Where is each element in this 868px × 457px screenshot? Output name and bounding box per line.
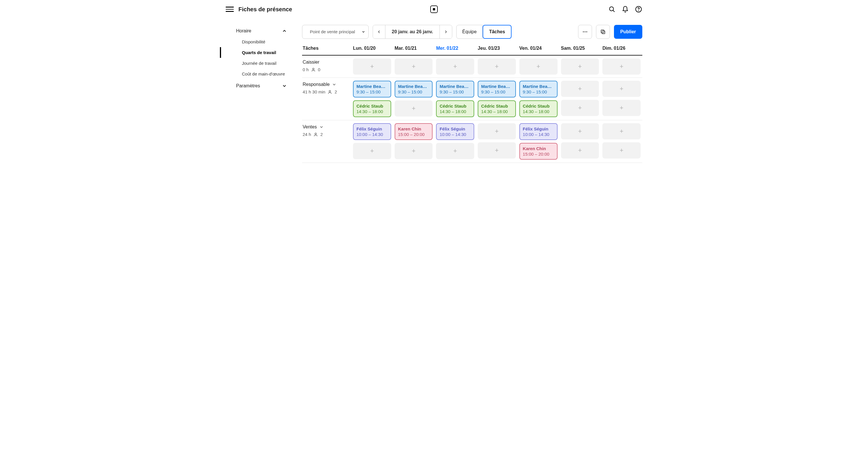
plus-icon: + (578, 104, 582, 112)
nav-group-parametres[interactable]: Paramètres (220, 80, 295, 91)
shift-card[interactable]: Martine Bea…9:30 – 15:00 (478, 81, 516, 97)
shift-time: 14:30 – 18:00 (356, 109, 388, 114)
publish-button[interactable]: Publier (614, 25, 642, 39)
add-shift-cell[interactable]: + (478, 142, 516, 159)
shift-card[interactable]: Martine Bea…9:30 – 15:00 (519, 81, 558, 97)
shift-time: 9:30 – 15:00 (481, 89, 513, 94)
plus-icon: + (370, 147, 374, 155)
plus-icon: + (620, 85, 623, 93)
search-icon[interactable] (608, 5, 616, 13)
add-shift-cell[interactable]: + (519, 58, 558, 75)
chevron-down-icon[interactable] (332, 82, 337, 87)
shift-card[interactable]: Karen Chin15:00 – 20:00 (519, 143, 558, 160)
shift-name: Cédric Staub (523, 103, 554, 108)
job-row-cashier: Caissier 0 h 0 + + + + + (302, 55, 642, 78)
plus-icon: + (495, 63, 499, 70)
shift-card[interactable]: Cédric Staub14:30 – 18:00 (436, 100, 474, 117)
plus-icon: + (412, 147, 415, 155)
svg-point-0 (610, 7, 614, 11)
nav-item-cout[interactable]: Coût de main-d'œuvre (220, 69, 295, 79)
more-button[interactable] (578, 25, 592, 39)
add-shift-cell[interactable]: + (436, 58, 474, 75)
shift-time: 14:30 – 18:00 (481, 109, 513, 114)
add-shift-cell[interactable]: + (602, 81, 641, 97)
bell-icon[interactable] (621, 5, 629, 13)
shift-name: Karen Chin (523, 146, 554, 151)
shift-card[interactable]: Félix Séguin10:00 – 14:30 (519, 123, 558, 140)
add-shift-cell[interactable]: + (561, 58, 599, 75)
col-day-fri: Ven. 01/24 (518, 43, 559, 55)
shift-card[interactable]: Martine Bea…9:30 – 15:00 (436, 81, 474, 97)
shift-card[interactable]: Martine Bea…9:30 – 15:00 (395, 81, 433, 97)
add-shift-cell[interactable]: + (561, 100, 599, 116)
shift-name: Martine Bea… (523, 84, 554, 89)
svg-point-10 (329, 90, 331, 92)
plus-icon: + (620, 146, 623, 154)
svg-point-6 (586, 31, 587, 32)
add-shift-cell[interactable]: + (602, 142, 641, 159)
nav-item-journee[interactable]: Journée de travail (220, 58, 295, 69)
add-shift-cell[interactable]: + (478, 58, 516, 75)
shift-card[interactable]: Félix Séguin10:00 – 14:30 (353, 123, 391, 140)
next-week-button[interactable] (440, 25, 452, 38)
job-row-sales: Ventes 24 h 2 Félix Séguin10: (302, 120, 642, 163)
shift-card[interactable]: Martine Bea…9:30 – 15:00 (353, 81, 391, 97)
add-shift-cell[interactable]: + (561, 142, 599, 159)
nav-item-disponibilite[interactable]: Disponibilité (220, 36, 295, 47)
prev-week-button[interactable] (373, 25, 385, 38)
shift-name: Martine Bea… (439, 84, 471, 89)
add-shift-cell[interactable]: + (395, 58, 433, 75)
job-name: Ventes (303, 124, 317, 130)
shift-name: Martine Bea… (481, 84, 513, 89)
page-title: Fiches de présence (239, 6, 292, 13)
nav-group-horaire[interactable]: Horaire (220, 26, 295, 36)
add-shift-cell[interactable]: + (395, 143, 433, 159)
add-shift-cell[interactable]: + (602, 58, 641, 75)
shift-name: Martine Bea… (398, 84, 429, 89)
job-name: Caissier (303, 60, 349, 65)
plus-icon: + (412, 105, 415, 112)
shift-card[interactable]: Cédric Staub14:30 – 18:00 (519, 100, 558, 117)
add-shift-cell[interactable]: + (602, 100, 641, 116)
add-shift-cell[interactable]: + (602, 123, 641, 139)
view-jobs-tab[interactable]: Tâches (483, 25, 511, 39)
menu-icon[interactable] (226, 5, 234, 13)
job-people: 2 (320, 132, 322, 137)
shift-card[interactable]: Karen Chin15:00 – 20:00 (395, 123, 433, 140)
add-shift-cell[interactable]: + (478, 123, 516, 139)
job-meta: 24 h 2 (303, 132, 349, 137)
date-range-label[interactable]: 20 janv. au 26 janv. (385, 25, 440, 38)
job-row-manager: Responsable 41 h 30 min 2 Mar (302, 78, 642, 120)
plus-icon: + (454, 147, 457, 155)
plus-icon: + (578, 63, 582, 70)
shift-card[interactable]: Cédric Staub14:30 – 18:00 (353, 100, 391, 117)
shift-name: Félix Séguin (523, 126, 554, 131)
shift-time: 9:30 – 15:00 (398, 89, 429, 94)
view-team-tab[interactable]: Équipe (456, 25, 483, 39)
sidebar: Horaire Disponibilité Quarts de travail … (220, 19, 295, 223)
nav-group-label: Horaire (236, 28, 251, 34)
nav-item-quarts[interactable]: Quarts de travail (220, 47, 295, 58)
shift-card[interactable]: Félix Séguin10:00 – 14:30 (436, 123, 474, 140)
add-shift-cell[interactable]: + (561, 123, 599, 139)
shift-time: 9:30 – 15:00 (356, 89, 388, 94)
shift-name: Cédric Staub (356, 103, 388, 108)
add-shift-cell[interactable]: + (353, 58, 391, 75)
shift-time: 15:00 – 20:00 (398, 132, 429, 137)
shift-card[interactable]: Cédric Staub14:30 – 18:00 (478, 100, 516, 117)
job-meta: 0 h 0 (303, 67, 349, 72)
add-shift-cell[interactable]: + (561, 81, 599, 97)
add-shift-cell[interactable]: + (353, 143, 391, 159)
location-dropdown[interactable]: Point de vente principal (302, 25, 369, 39)
shift-time: 14:30 – 18:00 (523, 109, 554, 114)
help-icon[interactable] (635, 5, 642, 13)
copy-button[interactable] (596, 25, 610, 39)
chevron-down-icon (361, 30, 365, 34)
chevron-down-icon[interactable] (319, 125, 324, 129)
shift-name: Félix Séguin (439, 126, 471, 131)
add-shift-cell[interactable]: + (395, 100, 433, 117)
plus-icon: + (495, 128, 499, 135)
toolbar: Point de vente principal 20 janv. au 26 … (295, 19, 642, 43)
shift-name: Cédric Staub (439, 103, 471, 108)
add-shift-cell[interactable]: + (436, 143, 474, 159)
